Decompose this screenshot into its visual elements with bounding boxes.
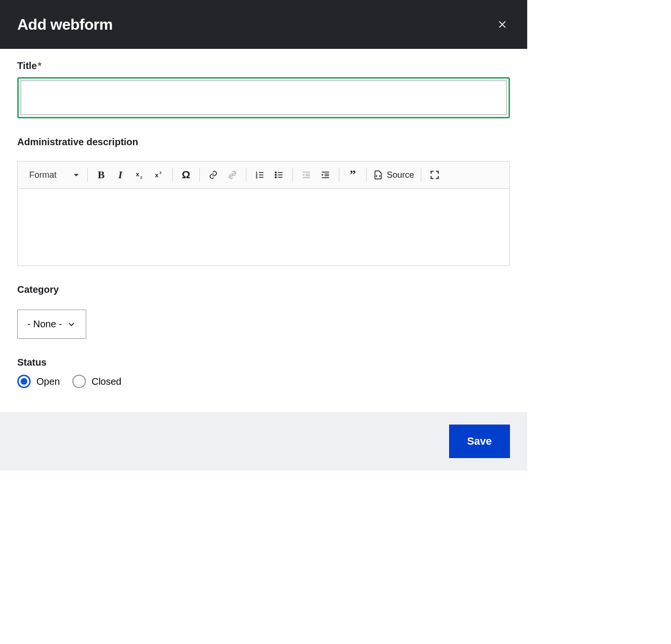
ordered-list-button[interactable]: 123: [250, 167, 269, 183]
toolbar-separator: [292, 168, 293, 182]
superscript-icon: x2: [154, 170, 163, 180]
italic-icon: I: [118, 169, 123, 181]
close-icon: [497, 20, 507, 29]
unordered-list-icon: [274, 170, 284, 180]
dialog-title: Add webform: [17, 16, 113, 34]
quote-icon: ”: [350, 168, 356, 182]
admin-description-field: Administrative description Format B I x2: [17, 137, 510, 266]
maximize-icon: [430, 170, 440, 180]
admin-description-label: Administrative description: [17, 137, 510, 148]
status-field: Status Open Closed: [17, 357, 510, 388]
title-label: Title*: [17, 60, 510, 71]
unordered-list-button[interactable]: [269, 167, 289, 183]
close-button[interactable]: [495, 17, 510, 32]
caret-down-icon: [74, 174, 79, 176]
toolbar-separator: [172, 168, 173, 182]
status-option-open[interactable]: Open: [17, 375, 60, 388]
title-input-focus-ring: [17, 77, 510, 118]
radio-icon: [72, 375, 86, 388]
rte-toolbar: Format B I x2 x2: [18, 161, 509, 189]
svg-text:2: 2: [160, 171, 162, 175]
svg-text:2: 2: [140, 175, 142, 180]
link-icon: [208, 170, 218, 180]
required-marker: *: [38, 60, 42, 71]
unlink-button: [223, 167, 242, 183]
source-button[interactable]: Source: [370, 167, 417, 183]
subscript-button[interactable]: x2: [130, 167, 149, 183]
svg-text:3: 3: [256, 176, 257, 179]
bold-button[interactable]: B: [92, 167, 111, 183]
format-dropdown[interactable]: Format: [24, 170, 83, 180]
save-button[interactable]: Save: [449, 425, 510, 458]
status-radio-group: Open Closed: [17, 375, 510, 388]
toolbar-separator: [366, 168, 367, 182]
chevron-down-icon: [67, 320, 76, 329]
source-icon: [373, 170, 383, 180]
toolbar-separator: [246, 168, 246, 182]
title-input[interactable]: [21, 80, 507, 115]
toolbar-separator: [199, 168, 200, 182]
category-selected-value: - None -: [27, 319, 62, 330]
maximize-button[interactable]: [425, 167, 444, 183]
subscript-icon: x2: [135, 170, 144, 180]
toolbar-separator: [421, 168, 421, 182]
dialog-header: Add webform: [0, 0, 527, 49]
bold-icon: B: [98, 169, 105, 181]
indent-button[interactable]: [316, 167, 335, 183]
blockquote-button[interactable]: ”: [343, 167, 362, 183]
toolbar-separator: [339, 168, 339, 182]
svg-point-18: [275, 177, 277, 178]
category-label: Category: [17, 284, 510, 295]
svg-text:x: x: [155, 172, 159, 179]
svg-point-17: [275, 174, 277, 176]
unlink-icon: [228, 170, 237, 180]
rich-text-editor: Format B I x2 x2: [17, 161, 510, 266]
source-button-label: Source: [387, 170, 414, 180]
indent-icon: [321, 170, 330, 180]
title-field: Title*: [17, 60, 510, 118]
form-body: Title* Administrative description Format…: [0, 49, 527, 412]
title-label-text: Title: [17, 60, 37, 71]
svg-text:x: x: [136, 171, 139, 178]
status-option-label: Closed: [92, 376, 121, 387]
radio-icon: [17, 375, 31, 388]
status-option-closed[interactable]: Closed: [72, 375, 121, 388]
special-char-button[interactable]: Ω: [176, 167, 196, 183]
toolbar-separator: [87, 168, 88, 182]
svg-point-16: [275, 172, 277, 173]
category-field: Category - None -: [17, 284, 510, 339]
status-option-label: Open: [36, 376, 60, 387]
omega-icon: Ω: [182, 169, 190, 181]
category-select[interactable]: - None -: [17, 310, 86, 339]
outdent-icon: [301, 170, 311, 180]
dialog-footer: Save: [0, 412, 527, 471]
format-dropdown-label: Format: [29, 170, 57, 180]
status-label: Status: [17, 357, 510, 368]
outdent-button: [297, 167, 316, 183]
superscript-button[interactable]: x2: [149, 167, 168, 183]
link-button[interactable]: [204, 167, 223, 183]
ordered-list-icon: 123: [255, 170, 265, 180]
rte-editable-area[interactable]: [18, 189, 509, 265]
italic-button[interactable]: I: [111, 167, 130, 183]
